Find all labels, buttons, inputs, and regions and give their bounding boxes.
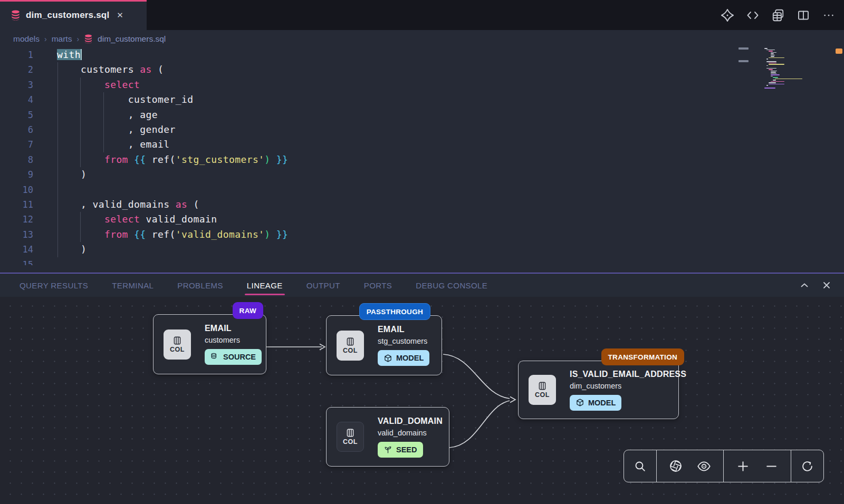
- line-number: 12: [0, 212, 33, 227]
- resource-type-badge-model: MODEL: [570, 395, 621, 411]
- refresh-icon[interactable]: [799, 457, 817, 475]
- line-number: 14: [0, 242, 33, 257]
- code-line-5[interactable]: , age: [57, 108, 158, 122]
- breadcrumb-item-models[interactable]: models: [13, 34, 40, 44]
- chevron-up-icon[interactable]: [799, 279, 810, 291]
- panel-tab-query-results[interactable]: QUERY RESULTS: [18, 278, 89, 293]
- cube-icon: [383, 354, 392, 363]
- minimap-line: [771, 71, 777, 72]
- code-line-7[interactable]: , email: [57, 137, 170, 152]
- lineage-node-stg-customers-email[interactable]: PASSTHROUGH COL EMAIL stg_customers MODE…: [326, 315, 442, 375]
- active-tab-accent: [0, 0, 147, 2]
- panel-tab-lineage[interactable]: LINEAGE: [246, 278, 284, 293]
- split-editor-icon[interactable]: [795, 7, 811, 23]
- minimap-line: [771, 55, 775, 56]
- code-line-3[interactable]: select: [57, 77, 140, 92]
- toolbar-group: [657, 450, 724, 482]
- line-number: 5: [0, 108, 33, 122]
- line-number: 3: [0, 77, 33, 92]
- search-icon[interactable]: [631, 457, 649, 475]
- code-line-4[interactable]: customer_id: [57, 92, 193, 107]
- seedling-icon: [383, 445, 392, 454]
- panel-actions: [799, 274, 832, 297]
- minimap-line: [773, 80, 776, 81]
- tab-close-icon[interactable]: ✕: [117, 11, 123, 20]
- minimap-line: [775, 79, 802, 80]
- model-name: stg_customers: [378, 337, 429, 345]
- dbt-icon[interactable]: [720, 7, 735, 23]
- line-number: 11: [0, 197, 33, 212]
- eye-icon[interactable]: [695, 457, 713, 475]
- aperture-icon[interactable]: [667, 457, 685, 475]
- model-name: valid_domains: [378, 429, 443, 437]
- model-name: customers: [205, 336, 262, 344]
- minimap-line: [764, 88, 775, 89]
- panel-tab-bar: QUERY RESULTSTERMINALPROBLEMSLINEAGEOUTP…: [0, 274, 844, 297]
- toolbar-group: [791, 450, 823, 482]
- code-line-11[interactable]: , valid_domains as (: [57, 197, 199, 212]
- panel-tab-problems[interactable]: PROBLEMS: [176, 278, 224, 293]
- breadcrumb-item-marts[interactable]: marts: [52, 34, 72, 44]
- column-icon: COL: [337, 422, 364, 452]
- zoom-in-icon[interactable]: [734, 457, 752, 475]
- code-line-13[interactable]: from {{ ref('valid_domains') }}: [57, 227, 288, 242]
- zoom-out-icon[interactable]: [762, 457, 780, 475]
- breadcrumb-item-dim-customers-sql[interactable]: dim_customers.sql: [98, 34, 166, 44]
- database-icon: [11, 10, 21, 21]
- lineage-toolbar: [624, 450, 824, 482]
- code-line-9[interactable]: ): [57, 167, 87, 182]
- code-line-14[interactable]: ): [57, 242, 87, 257]
- resource-type-badge-seed: SEED: [378, 442, 423, 458]
- breadcrumb: models›marts›dim_customers.sql: [0, 30, 844, 47]
- code-line-2[interactable]: customers as (: [57, 62, 164, 77]
- column-name: EMAIL: [378, 325, 429, 334]
- code-icon[interactable]: [745, 7, 761, 23]
- breadcrumb-separator: ›: [76, 35, 79, 43]
- code-line-12[interactable]: select valid_domain: [57, 212, 217, 227]
- resource-type-badge-model: MODEL: [378, 350, 429, 366]
- column-lineage-badge: RAW: [233, 302, 263, 319]
- minimap-line: [766, 50, 775, 51]
- column-lineage-badge: TRANSFORMATION: [601, 348, 684, 365]
- column-name: IS_VALID_EMAIL_ADDRESS: [570, 370, 686, 379]
- minimap-line: [771, 56, 774, 57]
- overview-ruler-marker: [836, 49, 842, 54]
- lineage-canvas[interactable]: RAW COL EMAIL customers SOURCE PASSTHROU…: [0, 297, 844, 504]
- minimap-line: [769, 64, 784, 65]
- minimap-line: [771, 53, 774, 54]
- code-line-8[interactable]: from {{ ref('stg_customers') }}: [57, 152, 288, 167]
- column-icon: COL: [337, 331, 364, 361]
- lineage-node-customers-email[interactable]: RAW COL EMAIL customers SOURCE: [153, 314, 266, 374]
- copy-table-icon[interactable]: [770, 7, 786, 23]
- minimap[interactable]: [764, 48, 825, 143]
- minimap-line: [771, 73, 776, 74]
- breadcrumb-separator: ›: [44, 35, 47, 43]
- panel-tab-debug-console[interactable]: DEBUG CONSOLE: [415, 278, 488, 293]
- code-line-1[interactable]: with: [57, 47, 82, 62]
- panel-tab-terminal[interactable]: TERMINAL: [111, 278, 155, 293]
- resource-type-badge-source: SOURCE: [205, 349, 262, 365]
- line-number: 15: [0, 257, 33, 265]
- code-line-6[interactable]: , gender: [57, 122, 176, 137]
- minimap-marker: [738, 60, 749, 62]
- line-number: 4: [0, 92, 33, 107]
- minimap-line: [766, 59, 768, 60]
- panel-tab-ports[interactable]: PORTS: [363, 278, 393, 293]
- column-icon: COL: [164, 329, 191, 360]
- code-editor[interactable]: 123456789101112131415 with customers as …: [0, 47, 844, 273]
- panel-tab-output[interactable]: OUTPUT: [305, 278, 341, 293]
- column-name: VALID_DOMAIN: [378, 416, 443, 426]
- database-icon: [210, 353, 219, 362]
- lineage-node-valid-domains-valid-domain[interactable]: COL VALID_DOMAIN valid_domains SEED: [326, 407, 449, 467]
- minimap-line: [766, 68, 776, 69]
- close-icon[interactable]: [821, 279, 832, 291]
- minimap-line: [769, 69, 773, 70]
- line-number: 6: [0, 122, 33, 137]
- code-line-15[interactable]: ,: [57, 257, 87, 265]
- database-icon: [84, 34, 93, 44]
- tab-dim-customers[interactable]: dim_customers.sql ✕: [0, 0, 147, 30]
- minimap-line: [771, 81, 784, 82]
- model-name: dim_customers: [570, 382, 686, 390]
- more-actions-icon[interactable]: [821, 7, 837, 23]
- lineage-node-dim-customers-is-valid-email-address[interactable]: TRANSFORMATION COL IS_VALID_EMAIL_ADDRES…: [518, 361, 679, 419]
